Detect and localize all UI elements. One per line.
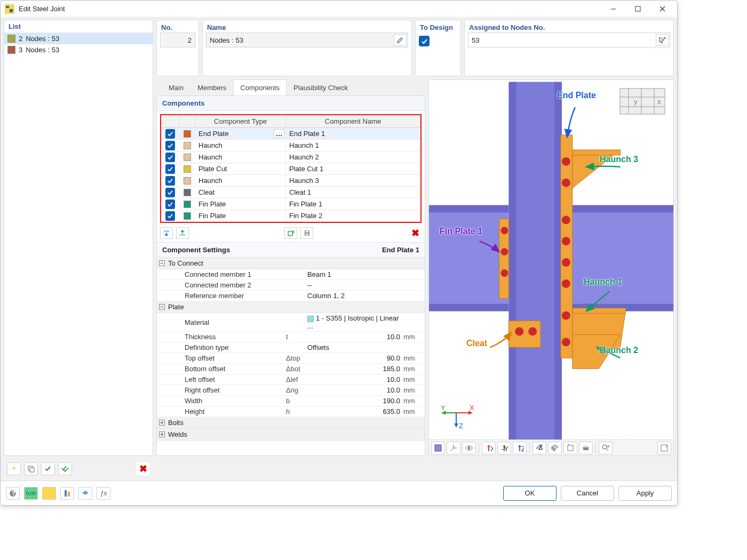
move-down-button[interactable] <box>160 227 173 239</box>
prop-row[interactable]: Bottom offset Δbot 185.0 mm <box>157 364 425 374</box>
annotation-label: Cleat <box>466 339 487 348</box>
row-checkbox[interactable] <box>165 164 175 174</box>
cancel-button[interactable]: Cancel <box>561 486 614 501</box>
view-y-button[interactable]: -Y <box>497 442 511 454</box>
close-button[interactable] <box>651 2 673 16</box>
prop-unit: mm <box>403 397 424 405</box>
row-type: Haunch <box>195 175 286 186</box>
expand-button[interactable] <box>657 442 671 454</box>
row-checkbox[interactable] <box>165 176 175 186</box>
component-row[interactable]: Cleat Cleat 1 <box>161 187 420 198</box>
nav-cube[interactable]: y x <box>617 85 668 117</box>
component-row[interactable]: Plate Cut Plate Cut 1 <box>161 163 420 175</box>
window-title: Edit Steel Joint <box>19 5 602 13</box>
col-name: Component Name <box>286 115 420 127</box>
row-checkbox[interactable] <box>165 199 175 209</box>
units-button[interactable]: 0,00 <box>24 487 38 500</box>
component-row[interactable]: End Plate… End Plate 1 <box>161 128 420 140</box>
todesign-checkbox[interactable] <box>419 36 430 46</box>
save-button[interactable] <box>300 227 313 239</box>
check-single-button[interactable] <box>41 462 55 475</box>
prop-row[interactable]: Right offset Δrig 10.0 mm <box>157 385 425 396</box>
view-x-button[interactable]: X <box>482 442 496 454</box>
prop-row[interactable]: Height h 635.0 mm <box>157 406 425 417</box>
apply-button[interactable]: Apply <box>618 486 672 501</box>
list-header: List <box>4 20 153 33</box>
zoom-reset-button[interactable] <box>599 442 613 454</box>
list-toolbar: ✖ <box>4 459 153 478</box>
group-plate[interactable]: −Plate <box>157 301 425 313</box>
prop-row[interactable]: Material 1 - S355 | Isotropic | Linear .… <box>157 313 425 332</box>
row-checkbox[interactable] <box>165 141 175 150</box>
prop-row[interactable]: Connected member 1 Beam 1 <box>157 269 425 280</box>
copy-button[interactable] <box>24 462 38 475</box>
delete-component-button[interactable]: ✖ <box>409 227 422 239</box>
prop-value: 635.0 <box>307 407 403 415</box>
component-row[interactable]: Haunch Haunch 1 <box>161 140 420 151</box>
component-row[interactable]: Haunch Haunch 2 <box>161 151 420 163</box>
group-bolts[interactable]: +Bolts <box>157 417 425 429</box>
list-item[interactable]: 2 Nodes : 53 <box>4 33 153 44</box>
color-button[interactable] <box>42 487 56 500</box>
row-checkbox[interactable] <box>165 153 175 162</box>
row-options-button[interactable]: … <box>274 129 284 138</box>
prop-row[interactable]: Top offset Δtop 90.0 mm <box>157 353 425 364</box>
fx-button[interactable]: ƒx <box>97 487 110 500</box>
prop-value: 90.0 <box>307 354 403 362</box>
edit-name-button[interactable] <box>394 34 407 46</box>
row-color <box>184 154 191 161</box>
prop-name: Definition type <box>185 343 286 351</box>
iso-button[interactable] <box>548 442 562 454</box>
tab-plausibility-check[interactable]: Plausibility Check <box>287 79 355 95</box>
view-z-button[interactable]: Z <box>513 442 527 454</box>
component-row[interactable]: Haunch Haunch 3 <box>161 175 420 187</box>
prop-row[interactable]: Reference member Column 1, 2 <box>157 291 425 301</box>
rotate-z-button[interactable]: Z <box>533 442 546 454</box>
svg-rect-11 <box>288 231 292 236</box>
tab-components[interactable]: Components <box>233 79 287 95</box>
help-button[interactable]: ? <box>6 487 20 500</box>
minimize-button[interactable] <box>602 2 624 16</box>
pick-nodes-button[interactable] <box>656 34 669 46</box>
delete-item-button[interactable]: ✖ <box>136 462 150 475</box>
row-checkbox[interactable] <box>165 211 175 221</box>
component-row[interactable]: Fin Plate Fin Plate 1 <box>161 198 420 210</box>
tab-members[interactable]: Members <box>190 79 233 95</box>
prop-row[interactable]: Thickness t 10.0 mm <box>157 332 425 342</box>
layer-button[interactable] <box>78 487 92 500</box>
row-checkbox[interactable] <box>165 129 175 139</box>
component-row[interactable]: Fin Plate Fin Plate 2 <box>161 210 420 222</box>
move-up-button[interactable] <box>176 227 189 239</box>
nodes-input[interactable] <box>472 36 666 44</box>
import-button[interactable] <box>284 227 297 239</box>
tabs: MainMembersComponentsPlausibility Check <box>156 79 425 95</box>
prop-name: Reference member <box>185 292 286 300</box>
prop-name: Connected member 1 <box>185 270 286 278</box>
new-item-button[interactable] <box>7 462 21 475</box>
eye-button[interactable] <box>462 442 476 454</box>
box-button[interactable] <box>563 442 577 454</box>
svg-rect-2 <box>10 9 13 12</box>
color-swatch <box>7 35 15 43</box>
render-mode-button[interactable] <box>431 442 445 454</box>
check-all-button[interactable] <box>58 462 72 475</box>
config-button[interactable] <box>60 487 74 500</box>
row-checkbox[interactable] <box>165 188 175 197</box>
axes-button[interactable] <box>447 442 460 454</box>
svg-point-37 <box>562 311 570 320</box>
prop-row[interactable]: Width b 190.0 mm <box>157 396 425 406</box>
group-welds[interactable]: +Welds <box>157 429 425 441</box>
list-item[interactable]: 3 Nodes : 53 <box>4 44 153 55</box>
prop-row[interactable]: Definition type Offsets <box>157 342 425 353</box>
tab-main[interactable]: Main <box>162 79 190 95</box>
3d-view[interactable]: X Y Z y x End PlateFin Plate 1CleatHaunc… <box>428 79 674 456</box>
row-name: Fin Plate 2 <box>286 210 420 221</box>
maximize-button[interactable] <box>627 2 648 16</box>
print-button[interactable] <box>579 442 593 454</box>
ok-button[interactable]: OK <box>503 486 557 501</box>
prop-row[interactable]: Connected member 2 -- <box>157 280 425 291</box>
svg-point-35 <box>562 258 570 267</box>
group-to-connect[interactable]: −To Connect <box>157 258 425 269</box>
prop-row[interactable]: Left offset Δlef 10.0 mm <box>157 374 425 385</box>
prop-name: Height <box>185 407 286 415</box>
